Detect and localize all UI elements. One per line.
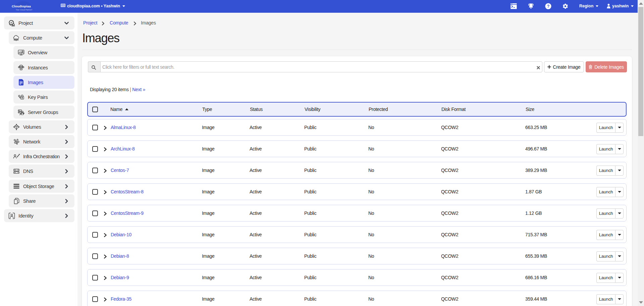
svg-text:?: ? <box>547 4 549 9</box>
